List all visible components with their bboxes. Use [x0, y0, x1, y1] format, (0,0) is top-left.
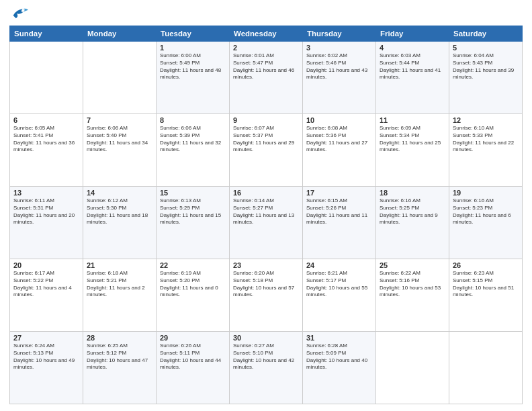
day-number: 29	[160, 334, 226, 342]
day-number: 17	[306, 189, 372, 197]
day-info: Sunrise: 6:00 AM Sunset: 5:49 PM Dayligh…	[160, 52, 226, 81]
day-info: Sunrise: 6:06 AM Sunset: 5:39 PM Dayligh…	[160, 125, 226, 154]
day-number: 16	[233, 189, 299, 197]
calendar-cell: 31Sunrise: 6:28 AM Sunset: 5:09 PM Dayli…	[303, 332, 376, 404]
day-number: 18	[380, 189, 445, 197]
day-info: Sunrise: 6:24 AM Sunset: 5:13 PM Dayligh…	[13, 342, 79, 371]
day-number: 13	[13, 189, 79, 197]
day-info: Sunrise: 6:03 AM Sunset: 5:44 PM Dayligh…	[380, 52, 445, 81]
calendar-cell: 7Sunrise: 6:06 AM Sunset: 5:40 PM Daylig…	[83, 114, 157, 187]
day-info: Sunrise: 6:25 AM Sunset: 5:12 PM Dayligh…	[87, 342, 152, 371]
calendar-table: SundayMondayTuesdayWednesdayThursdayFrid…	[9, 26, 523, 404]
day-number: 30	[233, 334, 299, 342]
day-number: 9	[233, 116, 299, 124]
calendar-cell: 8Sunrise: 6:06 AM Sunset: 5:39 PM Daylig…	[157, 114, 230, 187]
calendar-cell: 30Sunrise: 6:27 AM Sunset: 5:10 PM Dayli…	[230, 332, 303, 404]
day-info: Sunrise: 6:21 AM Sunset: 5:17 PM Dayligh…	[306, 270, 372, 299]
day-number: 3	[306, 44, 372, 52]
day-info: Sunrise: 6:06 AM Sunset: 5:40 PM Dayligh…	[87, 125, 152, 154]
calendar-cell: 10Sunrise: 6:08 AM Sunset: 5:36 PM Dayli…	[303, 114, 376, 187]
day-info: Sunrise: 6:22 AM Sunset: 5:16 PM Dayligh…	[380, 270, 445, 299]
day-number: 22	[160, 261, 226, 269]
calendar-cell: 25Sunrise: 6:22 AM Sunset: 5:16 PM Dayli…	[376, 259, 449, 332]
day-info: Sunrise: 6:16 AM Sunset: 5:23 PM Dayligh…	[453, 197, 519, 226]
header	[9, 7, 523, 21]
day-info: Sunrise: 6:05 AM Sunset: 5:41 PM Dayligh…	[13, 125, 79, 154]
day-info: Sunrise: 6:18 AM Sunset: 5:21 PM Dayligh…	[87, 270, 152, 299]
day-info: Sunrise: 6:08 AM Sunset: 5:36 PM Dayligh…	[306, 125, 372, 154]
day-number: 15	[160, 189, 226, 197]
day-number: 27	[13, 334, 79, 342]
day-number: 21	[87, 261, 152, 269]
day-number: 20	[13, 261, 79, 269]
weekday-monday: Monday	[83, 26, 157, 42]
day-number: 24	[306, 261, 372, 269]
day-number: 7	[87, 116, 152, 124]
day-number: 25	[380, 261, 445, 269]
weekday-tuesday: Tuesday	[157, 26, 230, 42]
calendar-cell: 18Sunrise: 6:16 AM Sunset: 5:25 PM Dayli…	[376, 187, 449, 259]
day-number: 12	[453, 116, 519, 124]
calendar-cell: 13Sunrise: 6:11 AM Sunset: 5:31 PM Dayli…	[10, 187, 83, 259]
weekday-wednesday: Wednesday	[230, 26, 303, 42]
weekday-thursday: Thursday	[303, 26, 376, 42]
day-number: 26	[453, 261, 519, 269]
day-number: 11	[380, 116, 445, 124]
calendar-cell: 11Sunrise: 6:09 AM Sunset: 5:34 PM Dayli…	[376, 114, 449, 187]
calendar-cell: 4Sunrise: 6:03 AM Sunset: 5:44 PM Daylig…	[376, 42, 449, 114]
calendar-cell	[376, 332, 449, 404]
day-info: Sunrise: 6:20 AM Sunset: 5:18 PM Dayligh…	[233, 270, 299, 299]
day-info: Sunrise: 6:09 AM Sunset: 5:34 PM Dayligh…	[380, 125, 445, 154]
calendar-week-1: 6Sunrise: 6:05 AM Sunset: 5:41 PM Daylig…	[10, 114, 523, 187]
calendar-cell: 21Sunrise: 6:18 AM Sunset: 5:21 PM Dayli…	[83, 259, 157, 332]
day-info: Sunrise: 6:14 AM Sunset: 5:27 PM Dayligh…	[233, 197, 299, 226]
day-info: Sunrise: 6:17 AM Sunset: 5:22 PM Dayligh…	[13, 270, 79, 299]
calendar-cell: 29Sunrise: 6:26 AM Sunset: 5:11 PM Dayli…	[157, 332, 230, 404]
calendar-week-3: 20Sunrise: 6:17 AM Sunset: 5:22 PM Dayli…	[10, 259, 523, 332]
day-number: 14	[87, 189, 152, 197]
calendar-cell: 20Sunrise: 6:17 AM Sunset: 5:22 PM Dayli…	[10, 259, 83, 332]
day-info: Sunrise: 6:13 AM Sunset: 5:29 PM Dayligh…	[160, 197, 226, 226]
day-info: Sunrise: 6:04 AM Sunset: 5:43 PM Dayligh…	[453, 52, 519, 81]
calendar-cell: 1Sunrise: 6:00 AM Sunset: 5:49 PM Daylig…	[157, 42, 230, 114]
calendar-cell: 14Sunrise: 6:12 AM Sunset: 5:30 PM Dayli…	[83, 187, 157, 259]
day-number: 6	[13, 116, 79, 124]
day-info: Sunrise: 6:19 AM Sunset: 5:20 PM Dayligh…	[160, 270, 226, 299]
weekday-saturday: Saturday	[449, 26, 523, 42]
calendar-cell: 6Sunrise: 6:05 AM Sunset: 5:41 PM Daylig…	[10, 114, 83, 187]
calendar-cell: 9Sunrise: 6:07 AM Sunset: 5:37 PM Daylig…	[230, 114, 303, 187]
calendar-cell: 2Sunrise: 6:01 AM Sunset: 5:47 PM Daylig…	[230, 42, 303, 114]
day-info: Sunrise: 6:15 AM Sunset: 5:26 PM Dayligh…	[306, 197, 372, 226]
day-number: 1	[160, 44, 226, 52]
day-info: Sunrise: 6:28 AM Sunset: 5:09 PM Dayligh…	[306, 342, 372, 371]
calendar-week-0: 1Sunrise: 6:00 AM Sunset: 5:49 PM Daylig…	[10, 42, 523, 114]
day-number: 5	[453, 44, 519, 52]
calendar-cell: 19Sunrise: 6:16 AM Sunset: 5:23 PM Dayli…	[449, 187, 523, 259]
day-info: Sunrise: 6:02 AM Sunset: 5:46 PM Dayligh…	[306, 52, 372, 81]
day-number: 4	[380, 44, 445, 52]
calendar-cell: 5Sunrise: 6:04 AM Sunset: 5:43 PM Daylig…	[449, 42, 523, 114]
day-number: 28	[87, 334, 152, 342]
calendar-cell: 12Sunrise: 6:10 AM Sunset: 5:33 PM Dayli…	[449, 114, 523, 187]
calendar-week-4: 27Sunrise: 6:24 AM Sunset: 5:13 PM Dayli…	[10, 332, 523, 404]
calendar-cell: 27Sunrise: 6:24 AM Sunset: 5:13 PM Dayli…	[10, 332, 83, 404]
weekday-header-row: SundayMondayTuesdayWednesdayThursdayFrid…	[10, 26, 523, 42]
day-info: Sunrise: 6:26 AM Sunset: 5:11 PM Dayligh…	[160, 342, 226, 371]
calendar-cell	[83, 42, 157, 114]
calendar-cell	[449, 332, 523, 404]
calendar-cell: 16Sunrise: 6:14 AM Sunset: 5:27 PM Dayli…	[230, 187, 303, 259]
day-info: Sunrise: 6:10 AM Sunset: 5:33 PM Dayligh…	[453, 125, 519, 154]
calendar-cell: 3Sunrise: 6:02 AM Sunset: 5:46 PM Daylig…	[303, 42, 376, 114]
day-info: Sunrise: 6:01 AM Sunset: 5:47 PM Dayligh…	[233, 52, 299, 81]
calendar-week-2: 13Sunrise: 6:11 AM Sunset: 5:31 PM Dayli…	[10, 187, 523, 259]
calendar-cell: 28Sunrise: 6:25 AM Sunset: 5:12 PM Dayli…	[83, 332, 157, 404]
weekday-friday: Friday	[376, 26, 449, 42]
calendar-cell: 15Sunrise: 6:13 AM Sunset: 5:29 PM Dayli…	[157, 187, 230, 259]
day-info: Sunrise: 6:11 AM Sunset: 5:31 PM Dayligh…	[13, 197, 79, 226]
calendar-cell	[10, 42, 83, 114]
weekday-sunday: Sunday	[10, 26, 83, 42]
calendar-cell: 17Sunrise: 6:15 AM Sunset: 5:26 PM Dayli…	[303, 187, 376, 259]
day-info: Sunrise: 6:12 AM Sunset: 5:30 PM Dayligh…	[87, 197, 152, 226]
calendar-cell: 22Sunrise: 6:19 AM Sunset: 5:20 PM Dayli…	[157, 259, 230, 332]
day-number: 31	[306, 334, 372, 342]
